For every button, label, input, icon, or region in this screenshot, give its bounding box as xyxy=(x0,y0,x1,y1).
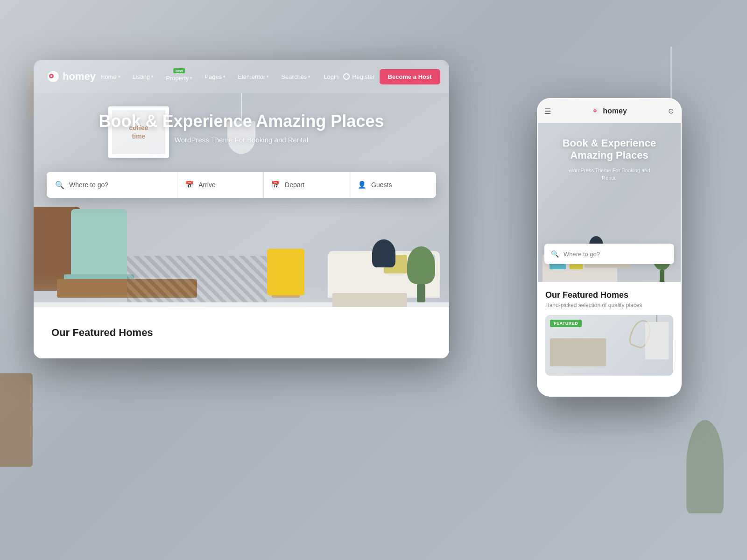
plant-right xyxy=(407,246,435,302)
nav-elementor-chevron: ▾ xyxy=(267,74,269,79)
nav-auth-area: Login Register Become a Host xyxy=(324,69,440,84)
where-to-go-text: Where to go? xyxy=(69,181,108,189)
arrive-label: Arrive xyxy=(198,181,216,189)
desktop-nav-menu: Home ▾ Listing ▾ new Property ▾ Pages ▾ … xyxy=(96,69,315,84)
become-host-button[interactable]: Become a Host xyxy=(380,69,440,84)
mobile-hero-content: Book & Experience Amazing Places WordPre… xyxy=(538,137,681,182)
svg-point-5 xyxy=(594,110,596,112)
mobile-search-icon-field: 🔍 xyxy=(551,250,559,258)
nav-login-button[interactable]: Login xyxy=(324,73,338,80)
mobile-logo[interactable]: homey xyxy=(592,107,627,115)
mobile-logo-text: homey xyxy=(603,107,627,115)
desktop-navbar: homey Home ▾ Listing ▾ new Property ▾ Pa… xyxy=(34,60,449,93)
featured-hanging-item xyxy=(645,322,669,359)
mobile-where-text: Where to go? xyxy=(564,251,600,258)
nav-item-property[interactable]: new Property ▾ xyxy=(161,69,197,84)
search-guests-field[interactable]: 👤 Guests xyxy=(350,172,436,198)
featured-badge: FEATURED xyxy=(550,320,582,327)
nav-register-button[interactable]: Register xyxy=(343,73,374,80)
nav-pages-label: Pages xyxy=(204,73,222,80)
arrive-calendar-icon: 📅 xyxy=(185,181,194,189)
search-icon: 🔍 xyxy=(55,181,64,189)
mobile-hero-title: Book & Experience Amazing Places xyxy=(546,137,672,162)
bg-plant-right xyxy=(686,420,724,513)
depart-label: Depart xyxy=(285,181,304,189)
nav-item-home[interactable]: Home ▾ xyxy=(96,70,125,83)
logo-icon xyxy=(47,70,60,83)
mobile-logo-icon xyxy=(592,107,600,115)
mobile-search-icon[interactable]: ⊙ xyxy=(668,107,674,115)
nav-home-label: Home xyxy=(100,73,117,80)
desktop-featured-section: Our Featured Homes xyxy=(34,307,449,358)
desktop-card: coffeetime xyxy=(34,60,449,358)
rug xyxy=(127,256,267,302)
guests-label: Guests xyxy=(371,181,392,189)
nav-searches-chevron: ▾ xyxy=(308,74,310,79)
nav-item-elementor[interactable]: Elementor ▾ xyxy=(233,70,274,83)
chair-teal xyxy=(71,209,127,284)
logo-text: homey xyxy=(63,70,96,83)
mobile-search-bar[interactable]: 🔍 Where to go? xyxy=(544,244,674,264)
nav-item-searches[interactable]: Searches ▾ xyxy=(276,70,315,83)
nav-home-chevron: ▾ xyxy=(118,74,120,79)
mobile-navbar: ☰ homey ⊙ xyxy=(538,99,681,123)
search-depart-field[interactable]: 📅 Depart xyxy=(264,172,350,198)
hero-content: Book & Experience Amazing Places WordPre… xyxy=(34,111,449,144)
hero-subtitle: WordPress Theme For Booking and Rental xyxy=(34,136,449,144)
property-new-badge: new xyxy=(173,68,185,73)
nav-item-pages[interactable]: Pages ▾ xyxy=(200,70,230,83)
nav-elementor-label: Elementor xyxy=(238,73,265,80)
svg-point-2 xyxy=(50,75,52,77)
mobile-hero-subtitle: WordPress Theme For Booking andRental xyxy=(546,167,672,182)
mobile-card: ☰ homey ⊙ Book & Experience Amazing Plac… xyxy=(537,98,682,397)
featured-homes-title: Our Featured Homes xyxy=(51,327,153,339)
yellow-chair xyxy=(267,249,304,295)
register-icon xyxy=(343,73,350,80)
bg-chair-left xyxy=(0,373,33,467)
nav-item-listing[interactable]: Listing ▾ xyxy=(128,70,159,83)
mobile-featured-section: Our Featured Homes Hand-picked selection… xyxy=(538,282,681,396)
featured-shelf xyxy=(550,338,606,366)
nav-listing-label: Listing xyxy=(133,73,150,80)
nav-property-label: Property xyxy=(166,75,189,82)
bird-figure xyxy=(372,239,395,267)
register-label: Register xyxy=(352,73,374,80)
desktop-logo[interactable]: homey xyxy=(47,70,96,83)
desktop-search-bar: 🔍 Where to go? 📅 Arrive 📅 Depart 👤 Guest… xyxy=(47,172,436,198)
mobile-featured-card[interactable]: FEATURED xyxy=(545,315,673,376)
nav-listing-chevron: ▾ xyxy=(151,74,154,79)
mobile-featured-subtitle: Hand-picked selection of quality places xyxy=(545,302,673,308)
depart-calendar-icon: 📅 xyxy=(271,181,280,189)
nav-property-chevron: ▾ xyxy=(190,76,192,80)
mobile-featured-title: Our Featured Homes xyxy=(545,290,673,300)
nav-pages-chevron: ▾ xyxy=(223,74,226,79)
nav-searches-label: Searches xyxy=(281,73,307,80)
hero-title: Book & Experience Amazing Places xyxy=(34,111,449,131)
search-where-field[interactable]: 🔍 Where to go? xyxy=(47,172,177,198)
mobile-hamburger-icon[interactable]: ☰ xyxy=(544,107,551,116)
search-arrive-field[interactable]: 📅 Arrive xyxy=(177,172,264,198)
guests-icon: 👤 xyxy=(358,181,366,189)
